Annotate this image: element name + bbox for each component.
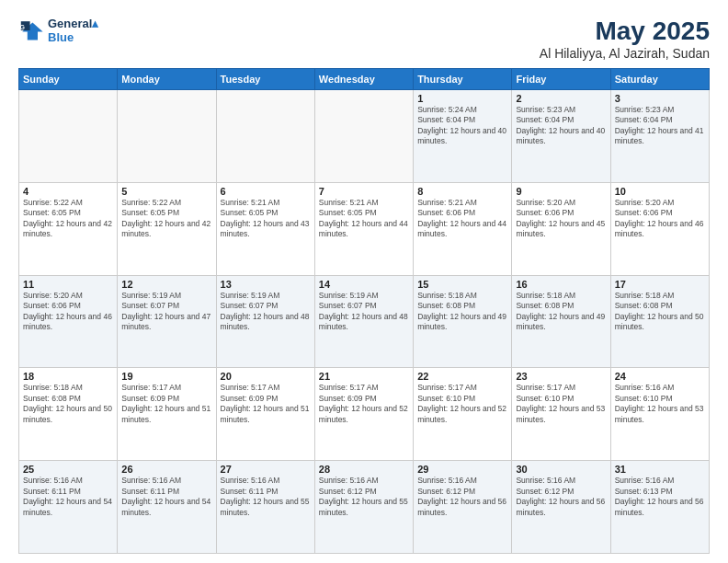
logo-text: General▴ Blue <box>48 17 98 44</box>
day-number: 14 <box>319 279 409 290</box>
day-info: Sunrise: 5:21 AMSunset: 6:05 PMDaylight:… <box>221 198 311 240</box>
calendar-cell: 6Sunrise: 5:21 AMSunset: 6:05 PMDaylight… <box>216 182 314 275</box>
calendar-header-row: Sunday Monday Tuesday Wednesday Thursday… <box>19 69 710 90</box>
calendar-cell <box>314 90 413 183</box>
day-info: Sunrise: 5:17 AMSunset: 6:09 PMDaylight:… <box>121 383 211 425</box>
calendar-cell <box>19 90 118 183</box>
calendar-cell: 23Sunrise: 5:17 AMSunset: 6:10 PMDayligh… <box>512 368 610 461</box>
svg-text:G: G <box>19 24 25 30</box>
day-info: Sunrise: 5:17 AMSunset: 6:10 PMDaylight:… <box>417 383 507 425</box>
header: G General▴ Blue May 2025 Al Hilaliyya, A… <box>18 17 710 61</box>
calendar-cell: 18Sunrise: 5:18 AMSunset: 6:08 PMDayligh… <box>19 368 118 461</box>
calendar-cell: 29Sunrise: 5:16 AMSunset: 6:12 PMDayligh… <box>414 461 512 554</box>
day-number: 19 <box>121 371 211 382</box>
calendar-cell: 10Sunrise: 5:20 AMSunset: 6:06 PMDayligh… <box>610 182 709 275</box>
calendar: Sunday Monday Tuesday Wednesday Thursday… <box>18 68 710 554</box>
col-tuesday: Tuesday <box>216 69 314 90</box>
day-info: Sunrise: 5:19 AMSunset: 6:07 PMDaylight:… <box>319 291 409 333</box>
calendar-cell: 3Sunrise: 5:23 AMSunset: 6:04 PMDaylight… <box>610 90 709 183</box>
calendar-cell: 25Sunrise: 5:16 AMSunset: 6:11 PMDayligh… <box>19 461 118 554</box>
calendar-cell: 14Sunrise: 5:19 AMSunset: 6:07 PMDayligh… <box>314 275 413 368</box>
month-title: May 2025 <box>540 17 710 46</box>
day-number: 29 <box>417 464 507 475</box>
day-number: 13 <box>221 279 311 290</box>
week-row-5: 25Sunrise: 5:16 AMSunset: 6:11 PMDayligh… <box>19 461 710 554</box>
day-number: 23 <box>516 371 606 382</box>
week-row-2: 4Sunrise: 5:22 AMSunset: 6:05 PMDaylight… <box>19 182 710 275</box>
day-info: Sunrise: 5:22 AMSunset: 6:05 PMDaylight:… <box>23 198 113 240</box>
day-number: 8 <box>417 186 507 197</box>
calendar-cell: 28Sunrise: 5:16 AMSunset: 6:12 PMDayligh… <box>314 461 413 554</box>
day-info: Sunrise: 5:16 AMSunset: 6:11 PMDaylight:… <box>221 476 311 518</box>
day-info: Sunrise: 5:16 AMSunset: 6:12 PMDaylight:… <box>516 476 606 518</box>
day-number: 21 <box>319 371 409 382</box>
calendar-cell: 21Sunrise: 5:17 AMSunset: 6:09 PMDayligh… <box>314 368 413 461</box>
day-info: Sunrise: 5:17 AMSunset: 6:10 PMDaylight:… <box>516 383 606 425</box>
day-info: Sunrise: 5:16 AMSunset: 6:10 PMDaylight:… <box>615 383 705 425</box>
col-saturday: Saturday <box>610 69 709 90</box>
day-info: Sunrise: 5:23 AMSunset: 6:04 PMDaylight:… <box>516 105 606 147</box>
day-info: Sunrise: 5:21 AMSunset: 6:05 PMDaylight:… <box>319 198 409 240</box>
day-number: 22 <box>417 371 507 382</box>
calendar-cell <box>216 90 314 183</box>
day-info: Sunrise: 5:21 AMSunset: 6:06 PMDaylight:… <box>417 198 507 240</box>
calendar-cell: 1Sunrise: 5:24 AMSunset: 6:04 PMDaylight… <box>414 90 512 183</box>
page: G General▴ Blue May 2025 Al Hilaliyya, A… <box>0 0 728 563</box>
calendar-cell: 7Sunrise: 5:21 AMSunset: 6:05 PMDaylight… <box>314 182 413 275</box>
day-info: Sunrise: 5:18 AMSunset: 6:08 PMDaylight:… <box>516 291 606 333</box>
calendar-cell: 20Sunrise: 5:17 AMSunset: 6:09 PMDayligh… <box>216 368 314 461</box>
day-number: 4 <box>23 186 113 197</box>
calendar-cell: 4Sunrise: 5:22 AMSunset: 6:05 PMDaylight… <box>19 182 118 275</box>
logo-icon: G <box>18 17 44 43</box>
col-friday: Friday <box>512 69 610 90</box>
calendar-cell: 27Sunrise: 5:16 AMSunset: 6:11 PMDayligh… <box>216 461 314 554</box>
calendar-cell: 15Sunrise: 5:18 AMSunset: 6:08 PMDayligh… <box>414 275 512 368</box>
title-block: May 2025 Al Hilaliyya, Al Jazirah, Sudan <box>540 17 710 61</box>
day-info: Sunrise: 5:16 AMSunset: 6:11 PMDaylight:… <box>23 476 113 518</box>
day-number: 18 <box>23 371 113 382</box>
calendar-cell: 30Sunrise: 5:16 AMSunset: 6:12 PMDayligh… <box>512 461 610 554</box>
day-number: 25 <box>23 464 113 475</box>
calendar-cell: 13Sunrise: 5:19 AMSunset: 6:07 PMDayligh… <box>216 275 314 368</box>
day-info: Sunrise: 5:17 AMSunset: 6:09 PMDaylight:… <box>221 383 311 425</box>
day-number: 17 <box>615 279 705 290</box>
calendar-cell: 31Sunrise: 5:16 AMSunset: 6:13 PMDayligh… <box>610 461 709 554</box>
calendar-cell <box>118 90 216 183</box>
week-row-3: 11Sunrise: 5:20 AMSunset: 6:06 PMDayligh… <box>19 275 710 368</box>
day-number: 30 <box>516 464 606 475</box>
calendar-cell: 11Sunrise: 5:20 AMSunset: 6:06 PMDayligh… <box>19 275 118 368</box>
day-info: Sunrise: 5:19 AMSunset: 6:07 PMDaylight:… <box>121 291 211 333</box>
day-number: 7 <box>319 186 409 197</box>
calendar-cell: 2Sunrise: 5:23 AMSunset: 6:04 PMDaylight… <box>512 90 610 183</box>
day-number: 2 <box>516 93 606 104</box>
calendar-cell: 19Sunrise: 5:17 AMSunset: 6:09 PMDayligh… <box>118 368 216 461</box>
day-info: Sunrise: 5:16 AMSunset: 6:12 PMDaylight:… <box>417 476 507 518</box>
calendar-cell: 24Sunrise: 5:16 AMSunset: 6:10 PMDayligh… <box>610 368 709 461</box>
day-number: 6 <box>221 186 311 197</box>
logo: G General▴ Blue <box>18 17 98 44</box>
day-info: Sunrise: 5:16 AMSunset: 6:11 PMDaylight:… <box>121 476 211 518</box>
calendar-cell: 12Sunrise: 5:19 AMSunset: 6:07 PMDayligh… <box>118 275 216 368</box>
day-number: 15 <box>417 279 507 290</box>
day-number: 24 <box>615 371 705 382</box>
day-info: Sunrise: 5:18 AMSunset: 6:08 PMDaylight:… <box>417 291 507 333</box>
day-number: 27 <box>221 464 311 475</box>
week-row-1: 1Sunrise: 5:24 AMSunset: 6:04 PMDaylight… <box>19 90 710 183</box>
day-info: Sunrise: 5:20 AMSunset: 6:06 PMDaylight:… <box>23 291 113 333</box>
day-info: Sunrise: 5:16 AMSunset: 6:13 PMDaylight:… <box>615 476 705 518</box>
calendar-cell: 5Sunrise: 5:22 AMSunset: 6:05 PMDaylight… <box>118 182 216 275</box>
day-info: Sunrise: 5:22 AMSunset: 6:05 PMDaylight:… <box>121 198 211 240</box>
location-title: Al Hilaliyya, Al Jazirah, Sudan <box>540 46 710 61</box>
day-info: Sunrise: 5:24 AMSunset: 6:04 PMDaylight:… <box>417 105 507 147</box>
day-number: 20 <box>221 371 311 382</box>
col-thursday: Thursday <box>414 69 512 90</box>
calendar-cell: 26Sunrise: 5:16 AMSunset: 6:11 PMDayligh… <box>118 461 216 554</box>
day-number: 12 <box>121 279 211 290</box>
col-sunday: Sunday <box>19 69 118 90</box>
day-number: 9 <box>516 186 606 197</box>
day-info: Sunrise: 5:23 AMSunset: 6:04 PMDaylight:… <box>615 105 705 147</box>
day-info: Sunrise: 5:20 AMSunset: 6:06 PMDaylight:… <box>516 198 606 240</box>
day-number: 1 <box>417 93 507 104</box>
week-row-4: 18Sunrise: 5:18 AMSunset: 6:08 PMDayligh… <box>19 368 710 461</box>
day-info: Sunrise: 5:16 AMSunset: 6:12 PMDaylight:… <box>319 476 409 518</box>
